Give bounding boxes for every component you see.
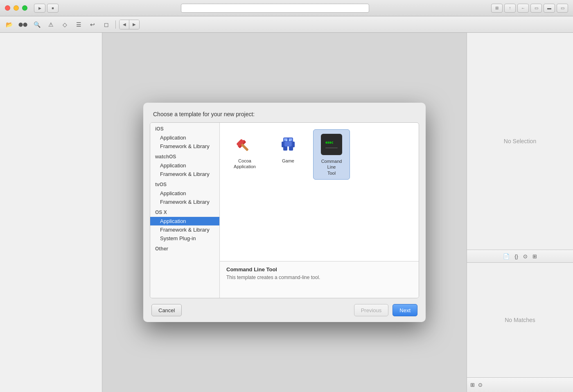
search-toolbar-icon[interactable]: 🔍 bbox=[31, 20, 43, 29]
game-icon bbox=[277, 133, 300, 155]
search-container bbox=[62, 4, 488, 13]
nav-item-tvos-application[interactable]: Application bbox=[150, 189, 219, 198]
next-button[interactable]: Next bbox=[393, 304, 417, 316]
nav-back-icon[interactable]: ◀ bbox=[120, 20, 129, 29]
template-cocoa[interactable]: CocoaApplication bbox=[226, 129, 263, 180]
template-cmdline[interactable]: exec _______ Command LineTool bbox=[313, 129, 350, 180]
modal-nav: iOS Application Framework & Library watc… bbox=[150, 123, 220, 298]
right-panel-bottom: No Matches bbox=[467, 263, 573, 377]
desc-text: This template creates a command-line too… bbox=[226, 274, 412, 281]
cocoa-icon bbox=[233, 133, 256, 155]
svg-rect-9 bbox=[292, 142, 295, 147]
maximize-button[interactable] bbox=[22, 5, 27, 11]
nav-item-ios-framework[interactable]: Framework & Library bbox=[150, 142, 219, 151]
template-game[interactable]: Game bbox=[270, 129, 307, 180]
modal-header: Choose a template for your new project: bbox=[143, 103, 426, 122]
center-area: Choose a template for your new project: … bbox=[102, 33, 467, 392]
cocoa-label: CocoaApplication bbox=[234, 158, 256, 170]
cocoa-svg bbox=[234, 133, 255, 155]
search-input[interactable] bbox=[181, 4, 369, 13]
svg-rect-10 bbox=[285, 142, 291, 146]
return-icon[interactable]: ↩ bbox=[87, 20, 98, 29]
nav-buttons[interactable]: ◀ ▶ bbox=[119, 20, 140, 29]
main-area: Choose a template for your new project: … bbox=[0, 33, 573, 392]
no-selection-label: No Selection bbox=[504, 138, 536, 144]
diamond-icon[interactable]: ◇ bbox=[59, 20, 70, 29]
previous-button[interactable]: Previous bbox=[354, 304, 389, 316]
bottom-grid-icon[interactable]: ⊞ bbox=[470, 382, 475, 388]
modal-footer: Cancel Previous Next bbox=[143, 298, 426, 322]
inspector-grid-icon[interactable]: ⊞ bbox=[532, 253, 537, 259]
nav-item-tvos-framework[interactable]: Framework & Library bbox=[150, 198, 219, 206]
square-icon[interactable]: ◻ bbox=[101, 20, 112, 29]
close-button[interactable] bbox=[5, 5, 10, 11]
svg-rect-8 bbox=[282, 142, 284, 147]
stop-button[interactable]: ■ bbox=[47, 4, 59, 13]
right-panel-bottom-toolbar: ⊞ ⊙ bbox=[467, 377, 573, 392]
list-icon[interactable]: ☰ bbox=[73, 20, 84, 29]
minimize-button[interactable] bbox=[14, 5, 19, 11]
modal-content: CocoaApplication bbox=[220, 123, 419, 298]
nav-section-other: Other bbox=[150, 243, 219, 253]
window-chrome: ▶ ■ ⊞ ↑ ← ▭ ▬ ▭ bbox=[0, 0, 573, 16]
nav-section-tvos: tvOS bbox=[150, 178, 219, 189]
play-button[interactable]: ▶ bbox=[34, 4, 45, 13]
toolbar-separator bbox=[115, 20, 116, 29]
nav-item-ios-application[interactable]: Application bbox=[150, 133, 219, 142]
left-sidebar bbox=[0, 33, 102, 392]
modal-title: Choose a template for your new project: bbox=[153, 111, 255, 117]
no-matches-label: No Matches bbox=[505, 317, 535, 323]
cmdline-label: Command LineTool bbox=[317, 158, 346, 176]
panel-toggle-icon[interactable]: ⊞ bbox=[491, 4, 503, 13]
svg-rect-12 bbox=[289, 140, 291, 141]
desc-title: Command Line Tool bbox=[226, 266, 412, 273]
cmdline-icon: exec _______ bbox=[320, 133, 343, 156]
inspector-circle-icon[interactable]: ⊙ bbox=[523, 253, 528, 259]
window-controls[interactable] bbox=[5, 5, 27, 11]
toolbar: 📂 ⬤⬤ 🔍 ⚠ ◇ ☰ ↩ ◻ ◀ ▶ bbox=[0, 16, 573, 33]
sidebar-left-icon[interactable]: ▭ bbox=[530, 4, 542, 13]
folder-icon[interactable]: 📂 bbox=[3, 20, 15, 29]
game-svg bbox=[277, 133, 299, 155]
inspector-code-icon[interactable]: {} bbox=[514, 253, 518, 259]
nav-item-osx-plugin[interactable]: System Plug-in bbox=[150, 234, 219, 243]
nav-forward-icon[interactable]: ▶ bbox=[129, 20, 139, 29]
nav-section-watchos: watchOS bbox=[150, 151, 219, 161]
nav-item-watchos-framework[interactable]: Framework & Library bbox=[150, 170, 219, 178]
back-icon[interactable]: ← bbox=[517, 4, 529, 13]
right-panel-top: No Selection bbox=[467, 33, 573, 250]
right-panel: No Selection 📄 {} ⊙ ⊞ No Matches ⊞ ⊙ bbox=[467, 33, 573, 392]
chrome-right-icons: ⊞ ↑ ← ▭ ▬ ▭ bbox=[491, 4, 568, 13]
cmdline-visual: exec _______ bbox=[321, 134, 342, 155]
nav-item-osx-application[interactable]: Application bbox=[150, 217, 219, 225]
share-icon[interactable]: ↑ bbox=[504, 4, 516, 13]
svg-rect-11 bbox=[286, 140, 287, 141]
warning-icon[interactable]: ⚠ bbox=[45, 20, 56, 29]
sidebar-bottom-icon[interactable]: ▬ bbox=[544, 4, 555, 13]
game-label: Game bbox=[282, 158, 294, 164]
dots-icon[interactable]: ⬤⬤ bbox=[17, 20, 29, 29]
inspector-file-icon[interactable]: 📄 bbox=[503, 253, 510, 259]
nav-section-ios: iOS bbox=[150, 123, 219, 133]
bottom-settings-icon[interactable]: ⊙ bbox=[478, 382, 483, 388]
cancel-button[interactable]: Cancel bbox=[151, 304, 182, 316]
modal-overlay: Choose a template for your new project: … bbox=[102, 33, 467, 392]
modal-description: Command Line Tool This template creates … bbox=[220, 261, 419, 298]
modal-dialog: Choose a template for your new project: … bbox=[143, 103, 426, 322]
modal-templates-grid: CocoaApplication bbox=[220, 123, 419, 261]
right-panel-toolbar: 📄 {} ⊙ ⊞ bbox=[467, 250, 573, 263]
nav-section-osx: OS X bbox=[150, 206, 219, 217]
modal-body: iOS Application Framework & Library watc… bbox=[150, 122, 419, 298]
sidebar-right-icon[interactable]: ▭ bbox=[557, 4, 568, 13]
nav-item-watchos-application[interactable]: Application bbox=[150, 161, 219, 170]
nav-item-osx-framework[interactable]: Framework & Library bbox=[150, 225, 219, 234]
footer-right-buttons: Previous Next bbox=[354, 304, 417, 316]
